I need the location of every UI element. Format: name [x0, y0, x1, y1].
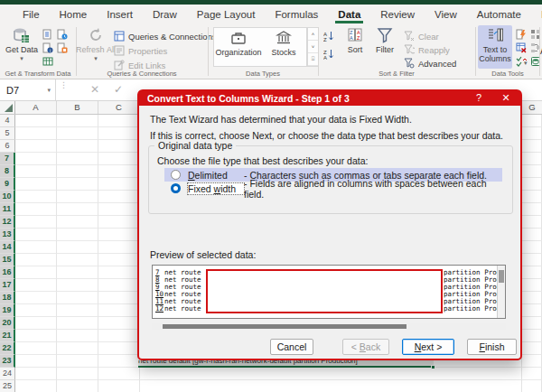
cell[interactable] [522, 368, 542, 380]
column-header-g[interactable]: G [522, 101, 542, 114]
selected-cell-content[interactable]: net route default [gw-r-hash-ran-network… [138, 360, 434, 368]
cell[interactable] [522, 153, 542, 165]
ribbon-tab-automate[interactable]: Automate [467, 6, 531, 23]
cell[interactable] [522, 304, 542, 317]
cell[interactable] [522, 292, 542, 304]
row-header-11[interactable]: 11 [0, 203, 15, 216]
ribbon-tab-review[interactable]: Review [370, 6, 425, 23]
cell[interactable] [522, 266, 542, 279]
cell[interactable] [15, 203, 57, 216]
cell[interactable] [57, 368, 98, 380]
cell[interactable] [98, 330, 140, 342]
stocks-data-type[interactable]: Stocks [266, 30, 302, 57]
ribbon-tab-draw[interactable]: Draw [143, 6, 187, 23]
ribbon-tab-formulas[interactable]: Formulas [265, 6, 328, 23]
ribbon-tab-data[interactable]: Data [328, 6, 370, 23]
help-icon[interactable]: ? [470, 92, 488, 103]
cell[interactable] [15, 317, 57, 330]
preview-horizontal-scrollbar[interactable] [152, 323, 506, 330]
cell[interactable] [15, 216, 57, 229]
row-header-9[interactable]: 9 [0, 178, 15, 191]
column-header-c[interactable]: C [98, 101, 140, 114]
sort-az-icon[interactable]: AZ [323, 31, 334, 42]
formula-bar-handle[interactable]: ⋮ [60, 83, 68, 88]
row-header-10[interactable]: 10 [0, 191, 15, 203]
cell[interactable] [57, 216, 98, 229]
cell[interactable] [57, 266, 98, 279]
preview-vertical-scrollbar[interactable] [497, 266, 505, 318]
row-header-21[interactable]: 21 [0, 330, 15, 342]
row-header-14[interactable]: 14 [0, 241, 15, 254]
ribbon-tab-view[interactable]: View [425, 6, 467, 23]
cell[interactable] [522, 317, 542, 330]
scrollbar-thumb[interactable] [163, 324, 406, 329]
sort-za-icon[interactable]: ZA [323, 49, 334, 60]
from-text-csv-icon[interactable] [42, 29, 53, 40]
name-box[interactable]: D7 ▾ [0, 79, 56, 100]
cell[interactable] [98, 127, 140, 140]
cell[interactable] [98, 203, 140, 216]
row-header-16[interactable]: 16 [0, 266, 15, 279]
row-header-7[interactable]: 7 [0, 153, 15, 165]
cell[interactable] [98, 178, 140, 191]
option-label[interactable]: Delimited [188, 170, 244, 181]
cell[interactable] [522, 165, 542, 178]
cell[interactable] [98, 317, 140, 330]
reapply-filter-button[interactable]: Reapply [404, 44, 450, 55]
chevron-down-icon[interactable]: ▾ [524, 60, 528, 67]
back-button[interactable]: < Back [342, 339, 389, 355]
cancel-entry-icon[interactable]: ✕ [90, 83, 99, 96]
row-header-5[interactable]: 5 [0, 127, 15, 140]
scrollbar-thumb[interactable] [499, 270, 504, 283]
ribbon-tab-insert[interactable]: Insert [97, 6, 143, 23]
dialog-title-bar[interactable]: Convert Text to Columns Wizard - Step 1 … [138, 90, 521, 106]
cell[interactable] [522, 115, 542, 127]
radio-icon[interactable] [171, 183, 181, 193]
cell[interactable] [15, 380, 57, 392]
cell[interactable] [98, 342, 140, 355]
row-header-23[interactable]: 23 [0, 355, 15, 368]
queries-connections-button[interactable]: Queries & Connections [114, 31, 217, 42]
cell[interactable] [57, 342, 98, 355]
cell[interactable] [98, 140, 140, 153]
row-header-25[interactable]: 25 [0, 380, 15, 392]
cell[interactable] [57, 241, 98, 254]
cell[interactable] [15, 355, 57, 368]
cell[interactable] [522, 254, 542, 266]
cell[interactable] [522, 216, 542, 229]
gallery-up-icon[interactable]: ˄ [308, 28, 318, 41]
option-label[interactable]: Fixed width [188, 183, 244, 194]
flash-fill-icon[interactable] [516, 29, 527, 40]
cell[interactable] [522, 140, 542, 153]
cell[interactable] [15, 279, 57, 292]
cell[interactable] [98, 304, 140, 317]
confirm-entry-icon[interactable]: ✓ [114, 83, 123, 96]
cell[interactable] [522, 229, 542, 241]
row-header-18[interactable]: 18 [0, 292, 15, 304]
select-all-corner[interactable] [0, 101, 15, 114]
cell[interactable] [57, 355, 98, 368]
row-header-4[interactable]: 4 [0, 115, 15, 127]
cell[interactable] [15, 304, 57, 317]
cell[interactable] [522, 241, 542, 254]
gallery-down-icon[interactable]: ˅ [308, 41, 318, 53]
cell[interactable] [522, 279, 542, 292]
cell[interactable] [15, 165, 57, 178]
cell[interactable] [57, 140, 98, 153]
cell[interactable] [15, 330, 57, 342]
close-icon[interactable]: ✕ [497, 92, 515, 104]
row-header-17[interactable]: 17 [0, 279, 15, 292]
cell[interactable] [57, 153, 98, 165]
option-fixed-width[interactable]: Fixed width- Fields are aligned in colum… [164, 182, 502, 195]
cell[interactable] [15, 254, 57, 266]
cell[interactable] [98, 229, 140, 241]
cell[interactable] [98, 355, 140, 368]
cell[interactable] [15, 191, 57, 203]
row-header-6[interactable]: 6 [0, 140, 15, 153]
cell[interactable] [98, 153, 140, 165]
filter-button[interactable]: Filter [371, 27, 398, 54]
row-header-20[interactable]: 20 [0, 317, 15, 330]
finish-button[interactable]: Finish [467, 339, 517, 355]
cell[interactable] [98, 266, 140, 279]
cell[interactable] [98, 115, 140, 127]
